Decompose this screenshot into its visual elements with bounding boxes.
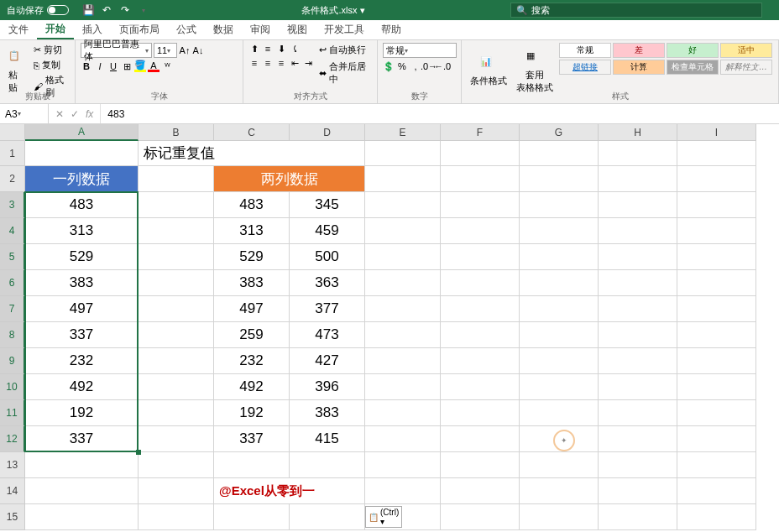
cell-F3[interactable]	[441, 192, 520, 218]
confirm-icon[interactable]: ✓	[71, 108, 79, 120]
cell-H11[interactable]	[599, 400, 677, 426]
search-box[interactable]: 🔍 搜索	[510, 3, 762, 18]
style-检查单元格[interactable]: 检查单元格	[667, 60, 719, 75]
align-middle-icon[interactable]: ≡	[262, 43, 274, 55]
cell-G4[interactable]	[520, 218, 599, 244]
cell-I12[interactable]	[677, 426, 756, 452]
row-header-5[interactable]: 5	[0, 244, 25, 270]
cell-H2[interactable]	[599, 166, 677, 192]
cell-F12[interactable]	[441, 426, 520, 452]
cell-G14[interactable]	[520, 478, 599, 504]
bold-button[interactable]: B	[81, 60, 92, 72]
align-right-icon[interactable]: ≡	[275, 57, 287, 69]
cell-B7[interactable]	[139, 296, 214, 322]
cell-F14[interactable]	[441, 478, 520, 504]
cell-E1[interactable]	[365, 141, 441, 166]
font-color-button[interactable]: A	[148, 60, 159, 72]
align-top-icon[interactable]: ⬆	[248, 43, 260, 55]
comma-icon[interactable]: ,	[410, 60, 421, 72]
cut-button[interactable]: ✂剪切	[31, 43, 70, 57]
cell-G15[interactable]	[520, 504, 599, 530]
col-header-G[interactable]: G	[520, 124, 599, 141]
cell-B4[interactable]	[139, 218, 214, 244]
redo-icon[interactable]: ↷	[119, 4, 131, 16]
paste-options-button[interactable]: 📋(Ctrl) ▾	[365, 506, 402, 528]
row-header-3[interactable]: 3	[0, 192, 25, 218]
increase-decimal-icon[interactable]: .0→	[423, 60, 435, 72]
cell-E2[interactable]	[365, 166, 441, 192]
cell-F6[interactable]	[441, 270, 520, 296]
cell-E11[interactable]	[365, 400, 441, 426]
cell-I2[interactable]	[677, 166, 756, 192]
cell-B12[interactable]	[139, 426, 214, 452]
cell-F10[interactable]	[441, 374, 520, 400]
undo-icon[interactable]: ↶	[101, 4, 112, 16]
cell-B3[interactable]	[139, 192, 214, 218]
cell-F9[interactable]	[441, 348, 520, 374]
style-计算[interactable]: 计算	[613, 60, 665, 75]
cell-E9[interactable]	[365, 348, 441, 374]
cell-I14[interactable]	[677, 478, 756, 504]
cell-I1[interactable]	[677, 141, 756, 166]
cell-C6[interactable]: 383	[214, 270, 290, 296]
cell-A15[interactable]	[25, 504, 139, 530]
cell-G3[interactable]	[520, 192, 599, 218]
cell-G10[interactable]	[520, 374, 599, 400]
cell-C8[interactable]: 259	[214, 322, 290, 348]
cell-E13[interactable]	[365, 452, 441, 478]
cell-I11[interactable]	[677, 400, 756, 426]
cell-E3[interactable]	[365, 192, 441, 218]
col-header-B[interactable]: B	[139, 124, 214, 141]
cell-D7[interactable]: 377	[290, 296, 365, 322]
cell-A14[interactable]	[25, 478, 139, 504]
cell-H14[interactable]	[599, 478, 677, 504]
cell-H12[interactable]	[599, 426, 677, 452]
cell-C9[interactable]: 232	[214, 348, 290, 374]
cell-A6[interactable]: 383	[25, 270, 139, 296]
cell-A9[interactable]: 232	[25, 348, 139, 374]
indent-left-icon[interactable]: ⇤	[289, 57, 301, 69]
cell-A2[interactable]: 一列数据	[25, 166, 139, 192]
row-header-4[interactable]: 4	[0, 218, 25, 244]
row-header-14[interactable]: 14	[0, 478, 25, 504]
row-header-1[interactable]: 1	[0, 141, 25, 166]
cell-I10[interactable]	[677, 374, 756, 400]
cell-I15[interactable]	[677, 504, 756, 530]
cell-C13[interactable]	[214, 452, 290, 478]
decrease-font-icon[interactable]: A↓	[192, 44, 204, 56]
document-title[interactable]: 条件格式.xlsx ▾	[156, 4, 510, 17]
tab-帮助[interactable]: 帮助	[373, 20, 410, 39]
cell-A5[interactable]: 529	[25, 244, 139, 270]
font-size-combo[interactable]: 11▾	[154, 43, 177, 58]
cell-B11[interactable]	[139, 400, 214, 426]
cell-A1[interactable]	[25, 141, 139, 166]
tab-文件[interactable]: 文件	[0, 20, 37, 39]
merge-center-button[interactable]: ⬌合并后居中	[316, 60, 372, 86]
cell-B6[interactable]	[139, 270, 214, 296]
col-header-I[interactable]: I	[677, 124, 756, 141]
tab-插入[interactable]: 插入	[74, 20, 111, 39]
tab-审阅[interactable]: 审阅	[242, 20, 279, 39]
cell-A13[interactable]	[25, 452, 139, 478]
cell-C12[interactable]: 337	[214, 426, 290, 452]
cell-B2[interactable]	[139, 166, 214, 192]
cell-F8[interactable]	[441, 322, 520, 348]
cell-E6[interactable]	[365, 270, 441, 296]
cell-I8[interactable]	[677, 322, 756, 348]
cell-G6[interactable]	[520, 270, 599, 296]
spreadsheet-grid[interactable]: ABCDEFGHI123456789101112131415标记重复值一列数据两…	[0, 124, 779, 532]
font-name-combo[interactable]: 阿里巴巴普惠体▾	[81, 43, 152, 58]
style-超链接[interactable]: 超链接	[559, 60, 611, 75]
cell-D11[interactable]: 383	[290, 400, 365, 426]
cell-A8[interactable]: 337	[25, 322, 139, 348]
cell-G8[interactable]	[520, 322, 599, 348]
orientation-icon[interactable]: ⤹	[289, 43, 301, 55]
row-header-11[interactable]: 11	[0, 400, 25, 426]
cell-I5[interactable]	[677, 244, 756, 270]
style-好[interactable]: 好	[667, 43, 719, 58]
cell-D10[interactable]: 396	[290, 374, 365, 400]
cell-F13[interactable]	[441, 452, 520, 478]
cell-D4[interactable]: 459	[290, 218, 365, 244]
qat-dropdown-icon[interactable]: ▾	[138, 4, 149, 16]
tab-数据[interactable]: 数据	[205, 20, 242, 39]
